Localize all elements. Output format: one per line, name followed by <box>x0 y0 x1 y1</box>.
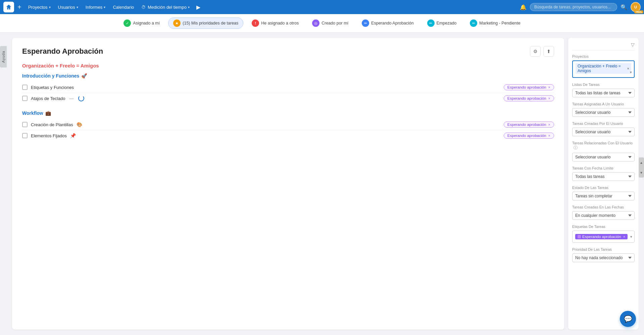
sidebar-section-relacionadas: Tareas relacionadas con el usuario ⓘ Sel… <box>572 141 635 161</box>
nav-usuarios[interactable]: Usuarios ▾ <box>55 3 82 11</box>
panel-actions: ⚙ ⬆ <box>530 46 554 57</box>
qf-empezado[interactable]: ✏ Empezado <box>422 17 462 29</box>
scroll-up-button[interactable]: ▲ <box>639 157 644 168</box>
qf-empezado-icon: ✏ <box>427 19 435 27</box>
task-group-emoji-workflow: 💼 <box>45 110 51 116</box>
nav-medicion-arrow: ▾ <box>188 5 190 9</box>
task-tag-remove[interactable]: × <box>548 123 550 127</box>
sidebar-section-prioridad: Prioridad de las tareas No hay nada sele… <box>572 247 635 262</box>
tag-chip: Esperando aprobación × <box>575 234 628 239</box>
clock-icon: ⏱ <box>141 5 146 10</box>
qf-marketing[interactable]: ✏ Marketing - Pendiente <box>465 17 525 29</box>
task-tag-remove[interactable]: × <box>548 134 550 138</box>
sidebar-section-fechas-creacion: Tareas creadas en las fechas En cualquie… <box>572 205 635 220</box>
nav-informes-arrow: ▾ <box>104 5 105 9</box>
sidebar-select-estado[interactable]: Tareas sin completar <box>572 192 635 200</box>
sidebar-label-etiquetas: Etiquetas de tareas <box>572 225 635 229</box>
sidebar-select-listas[interactable]: Todas las listas de tareas <box>572 89 635 97</box>
sidebar-select-asignadas[interactable]: Seleccionar usuario <box>572 108 635 117</box>
filter-icon[interactable]: ▽ <box>631 42 635 47</box>
bell-icon[interactable]: 🔔 <box>520 4 527 10</box>
task-name: Elementos Fijados <box>31 133 67 138</box>
qf-creado-icon: ◎ <box>312 19 319 27</box>
topbar: + Proyectos ▾ Usuarios ▾ Informes ▾ Cale… <box>0 0 644 14</box>
loading-spinner <box>78 95 84 101</box>
task-group-title-introduccion[interactable]: Introducción y Funciones <box>22 73 79 79</box>
table-row: Creación de Plantillas 🎨 Esperando aprob… <box>22 119 554 130</box>
nav-informes[interactable]: Informes ▾ <box>82 3 109 11</box>
sidebar-section-creadas: Tareas creadas por el usuario Selecciona… <box>572 122 635 136</box>
task-group-emoji-introduccion: 🚀 <box>81 73 87 79</box>
qf-asignado[interactable]: ✓ Asignado a mí <box>118 17 165 29</box>
tag-chip-remove[interactable]: × <box>623 235 625 239</box>
play-button[interactable]: ▶ <box>194 4 203 10</box>
avatar[interactable]: U TRIAL <box>631 2 641 12</box>
scroll-down-button[interactable]: ▼ <box>639 168 644 178</box>
task-tag: Esperando aprobación × <box>504 95 554 101</box>
search-input[interactable] <box>530 3 617 11</box>
sidebar-select-relacionadas[interactable]: Seleccionar usuario <box>572 153 635 161</box>
quick-filters-bar: ✓ Asignado a mí ★ (15) Mis prioridades d… <box>0 14 644 33</box>
sidebar-label-fecha: Tareas con fecha límite <box>572 166 635 170</box>
task-tag-remove[interactable]: × <box>548 96 550 100</box>
sidebar-select-prioridad[interactable]: No hay nada seleccionado <box>572 253 635 262</box>
task-left: Creación de Plantillas 🎨 <box>22 122 82 127</box>
panel-header: Esperando Aprobación ⚙ ⬆ <box>22 46 554 57</box>
search-icon[interactable]: 🔍 <box>621 4 627 10</box>
task-name: Etiquetas y Funciones <box>31 85 74 90</box>
sidebar-section-fecha: Tareas con fecha límite Todas las tareas <box>572 166 635 181</box>
edge-scroll: ▲ ▼ <box>639 157 644 178</box>
sidebar-label-listas: Listas de tareas <box>572 83 635 87</box>
table-row: Atajos de Teclado — Esperando aprobación… <box>22 93 554 104</box>
project-field-arrow[interactable]: ▾ <box>630 70 632 75</box>
sidebar-section-estado: Estado de las tareas Tareas sin completa… <box>572 186 635 200</box>
project-field[interactable]: Organización + Freelo = Amigos × ▾ <box>572 60 635 78</box>
qf-creado[interactable]: ◎ Creado por mí <box>307 17 353 29</box>
task-group-header-introduccion: Introducción y Funciones 🚀 <box>22 73 554 79</box>
add-button[interactable]: + <box>15 3 23 11</box>
help-tab[interactable]: Ayuda <box>0 46 7 67</box>
qf-esperando[interactable]: ✏ Esperando Aprobación <box>357 17 418 29</box>
sidebar-section-listas: Listas de tareas Todas las listas de tar… <box>572 83 635 97</box>
export-button[interactable]: ⬆ <box>543 46 554 57</box>
settings-button[interactable]: ⚙ <box>530 46 541 57</box>
nav-proyectos-arrow: ▾ <box>49 5 51 9</box>
qf-asignado-otros[interactable]: ! He asignado a otros <box>247 17 304 29</box>
task-left: Atajos de Teclado — <box>22 95 84 101</box>
qf-marketing-icon: ✏ <box>470 19 477 27</box>
tag-field-arrow[interactable]: ▾ <box>630 235 632 239</box>
home-button[interactable] <box>3 2 14 12</box>
task-checkbox[interactable] <box>22 85 28 90</box>
project-name: Organización + Freelo = Amigos <box>22 63 554 68</box>
nav-usuarios-arrow: ▾ <box>77 5 78 9</box>
chat-fab-button[interactable]: 💬 <box>620 311 636 327</box>
sidebar-select-creadas[interactable]: Seleccionar usuario <box>572 128 635 136</box>
main-panel: Esperando Aprobación ⚙ ⬆ Organización + … <box>12 38 564 330</box>
tag-field[interactable]: Esperando aprobación × ▾ <box>572 231 635 243</box>
sidebar-label-fechas-creacion: Tareas creadas en las fechas <box>572 205 635 209</box>
task-tag-remove[interactable]: × <box>548 85 550 89</box>
tag-chip-color <box>578 235 581 238</box>
sidebar-section-asignadas: Tareas asignadas a un usuario Selecciona… <box>572 102 635 117</box>
task-tag: Esperando aprobación × <box>504 84 554 90</box>
sidebar-label-prioridad: Prioridad de las tareas <box>572 247 635 251</box>
task-name: Atajos de Teclado <box>31 96 65 101</box>
nav-medicion[interactable]: ⏱ Medición del tiempo ▾ <box>138 3 193 11</box>
task-checkbox[interactable] <box>22 122 28 127</box>
sidebar-select-fecha[interactable]: Todas las tareas <box>572 172 635 181</box>
task-left: Etiquetas y Funciones <box>22 85 74 90</box>
task-group-title-workflow[interactable]: Workflow <box>22 110 43 116</box>
task-tag: Esperando aprobación × <box>504 133 554 139</box>
qf-esperando-icon: ✏ <box>362 19 369 27</box>
sidebar-label-estado: Estado de las tareas <box>572 186 635 190</box>
sidebar-label-proyectos: Proyectos <box>572 54 635 58</box>
qf-prioridades[interactable]: ★ (15) Mis prioridades de tareas <box>168 17 243 29</box>
task-checkbox[interactable] <box>22 133 28 138</box>
project-chip-remove[interactable]: × <box>627 66 629 70</box>
right-sidebar: ▽ Proyectos Organización + Freelo = Amig… <box>568 38 639 330</box>
sidebar-select-fechas-creacion[interactable]: En cualquier momento <box>572 211 635 220</box>
task-checkbox[interactable] <box>22 96 28 101</box>
nav-calendario[interactable]: Calendario <box>109 3 137 11</box>
nav-proyectos[interactable]: Proyectos ▾ <box>25 3 54 11</box>
sidebar-filter-header: ▽ <box>572 42 635 50</box>
